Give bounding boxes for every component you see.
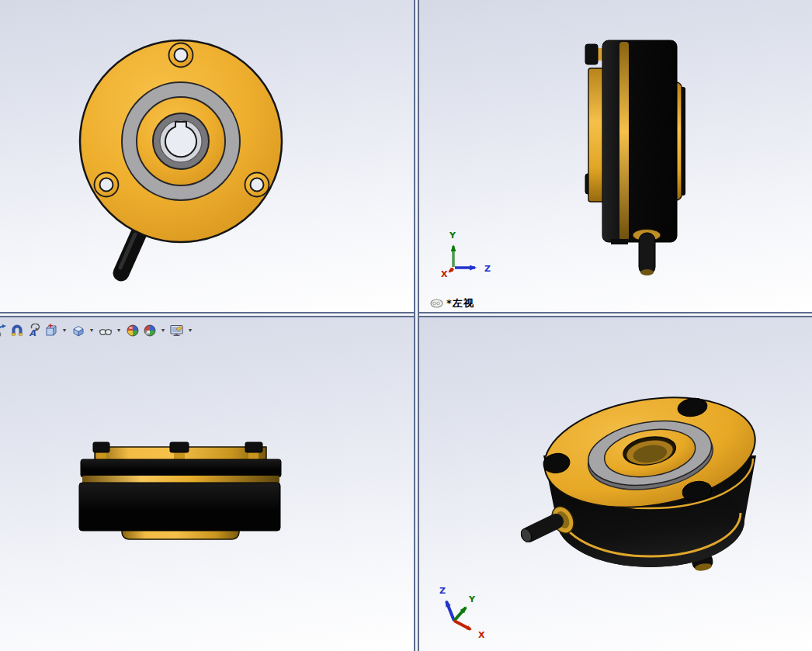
axis-label-y: Y — [449, 230, 456, 241]
bolt-hole[interactable] — [169, 43, 193, 68]
body-seam-stripe — [619, 42, 629, 241]
edit-appearance-dropdown[interactable]: ▾ — [186, 321, 195, 340]
viewport-splitter-vertical[interactable] — [414, 0, 419, 651]
axis-label-z: Z — [439, 586, 446, 596]
viewport-left-view[interactable]: Y Z X *左视 — [419, 0, 812, 312]
part-left-view[interactable]: Y Z X — [419, 0, 812, 312]
apply-scene-icon[interactable] — [124, 321, 141, 340]
bolt-hole[interactable] — [95, 173, 119, 197]
section-view-icon[interactable] — [43, 321, 59, 340]
housing-body[interactable] — [602, 40, 677, 242]
rotate-view-icon[interactable]: A — [26, 321, 42, 340]
orientation-triad: Z Y X — [439, 586, 485, 640]
view-name-row: *左视 — [430, 296, 474, 310]
axis-label-z: Z — [484, 264, 491, 274]
view-orientation-icon[interactable] — [70, 321, 86, 340]
cable-stem[interactable] — [639, 233, 655, 275]
heads-up-view-toolbar: A ▾ ▾ — [0, 320, 195, 341]
section-view-dropdown[interactable]: ▾ — [60, 321, 69, 340]
viewport-isometric-view[interactable]: Z Y X — [419, 317, 812, 651]
cable[interactable] — [120, 231, 140, 273]
part-side-view[interactable] — [0, 317, 414, 651]
view-settings-icon[interactable] — [141, 321, 158, 340]
zoom-to-fit-icon[interactable] — [0, 321, 8, 340]
viewport-front-view[interactable] — [0, 0, 414, 312]
view-link-icon — [430, 299, 443, 308]
hide-show-items-dropdown[interactable]: ▾ — [114, 321, 123, 340]
svg-text:A: A — [29, 328, 36, 338]
cad-window: Y Z X *左视 — [0, 0, 812, 651]
zoom-to-area-icon[interactable] — [9, 321, 25, 340]
viewport-side-view[interactable]: A ▾ ▾ — [0, 317, 414, 651]
view-orientation-dropdown[interactable]: ▾ — [87, 321, 96, 340]
view-settings-dropdown[interactable]: ▾ — [158, 321, 168, 340]
part-isometric-view[interactable]: Z Y X — [419, 317, 812, 651]
axis-label-x: X — [478, 630, 485, 640]
part-front-view[interactable] — [0, 0, 414, 312]
edit-appearance-icon[interactable] — [168, 321, 185, 340]
orientation-triad: Y Z X — [441, 230, 491, 279]
axis-label-x: X — [441, 269, 448, 279]
axis-label-y: Y — [468, 594, 476, 604]
cable[interactable] — [519, 521, 556, 544]
view-name-label: *左视 — [446, 296, 474, 310]
bolt-hole[interactable] — [245, 173, 269, 197]
housing-body[interactable] — [79, 483, 280, 531]
flange-step — [611, 239, 628, 244]
hide-show-items-icon[interactable] — [97, 321, 113, 340]
flange-band[interactable] — [81, 459, 281, 477]
viewport-splitter-horizontal[interactable] — [0, 312, 812, 317]
